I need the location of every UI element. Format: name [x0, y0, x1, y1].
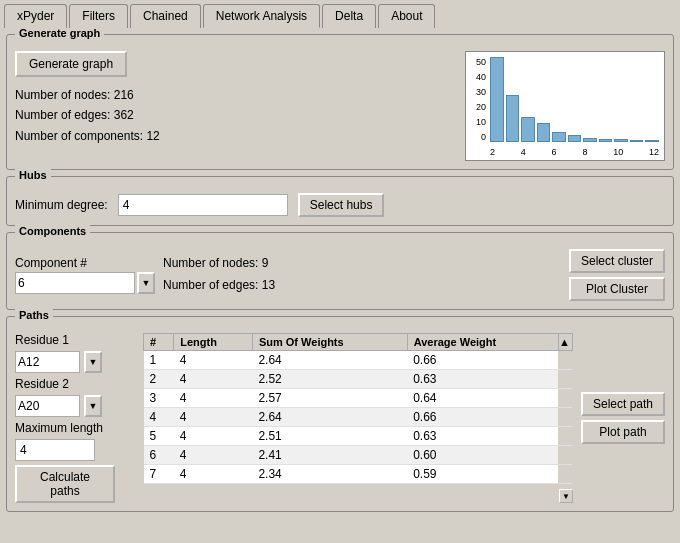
cell-scroll-placeholder	[558, 446, 572, 465]
cell-avg: 0.63	[407, 427, 558, 446]
cell-scroll-placeholder	[558, 389, 572, 408]
max-length-input[interactable]	[15, 439, 95, 461]
cell-num: 3	[144, 389, 174, 408]
graph-chart: 50 40 30 20 10 0	[465, 51, 665, 161]
tab-filters[interactable]: Filters	[69, 4, 128, 28]
cell-num: 5	[144, 427, 174, 446]
paths-section: Paths Residue 1 ▼ Residue 2 ▼ Maximum le…	[6, 316, 674, 512]
residue1-label: Residue 1	[15, 333, 135, 347]
table-row[interactable]: 6 4 2.41 0.60	[144, 446, 573, 465]
residue2-row: ▼	[15, 395, 135, 417]
cell-length: 4	[174, 446, 253, 465]
cell-sum: 2.64	[252, 408, 407, 427]
cell-length: 4	[174, 370, 253, 389]
bar-2	[506, 95, 520, 142]
generate-graph-button[interactable]: Generate graph	[15, 51, 127, 77]
component-nodes-stat: Number of nodes: 9	[163, 253, 561, 275]
component-hash-label: Component #	[15, 256, 155, 270]
cell-num: 4	[144, 408, 174, 427]
select-path-button[interactable]: Select path	[581, 392, 665, 416]
cell-avg: 0.63	[407, 370, 558, 389]
tab-about[interactable]: About	[378, 4, 435, 28]
bar-10	[630, 140, 644, 142]
select-cluster-button[interactable]: Select cluster	[569, 249, 665, 273]
cell-length: 4	[174, 465, 253, 484]
tab-delta[interactable]: Delta	[322, 4, 376, 28]
cell-scroll-placeholder	[558, 465, 572, 484]
bars-container	[490, 57, 659, 142]
plot-cluster-button[interactable]: Plot Cluster	[569, 277, 665, 301]
table-row[interactable]: 3 4 2.57 0.64	[144, 389, 573, 408]
paths-table-wrapper: # Length Sum Of Weights Average Weight ▲…	[143, 333, 573, 503]
generate-graph-section: Generate graph Generate graph Number of …	[6, 34, 674, 170]
residue1-row: ▼	[15, 351, 135, 373]
col-header-sum: Sum Of Weights	[252, 334, 407, 351]
table-row[interactable]: 7 4 2.34 0.59	[144, 465, 573, 484]
hubs-label: Hubs	[15, 169, 51, 181]
tab-xpyder[interactable]: xPyder	[4, 4, 67, 28]
tab-chained[interactable]: Chained	[130, 4, 201, 28]
plot-path-button[interactable]: Plot path	[581, 420, 665, 444]
col-header-length: Length	[174, 334, 253, 351]
residue1-dropdown-arrow[interactable]: ▼	[84, 351, 102, 373]
hubs-row: Minimum degree: Select hubs	[15, 183, 665, 217]
cell-length: 4	[174, 351, 253, 370]
chart-x-axis: 2 4 6 8 10 12	[490, 144, 659, 160]
min-degree-label: Minimum degree:	[15, 198, 108, 212]
paths-right-buttons: Select path Plot path	[581, 333, 665, 503]
select-hubs-button[interactable]: Select hubs	[298, 193, 385, 217]
component-dropdown-arrow[interactable]: ▼	[137, 272, 155, 294]
components-content: Component # ▼ Number of nodes: 9 Number …	[15, 239, 665, 301]
paths-left-controls: Residue 1 ▼ Residue 2 ▼ Maximum length C…	[15, 333, 135, 503]
chart-bars-area	[490, 57, 659, 142]
graph-stats: Number of nodes: 216 Number of edges: 36…	[15, 85, 465, 146]
cell-scroll-placeholder	[558, 370, 572, 389]
table-row[interactable]: 1 4 2.64 0.66	[144, 351, 573, 370]
cell-avg: 0.66	[407, 408, 558, 427]
table-row[interactable]: 5 4 2.51 0.63	[144, 427, 573, 446]
generate-graph-label: Generate graph	[15, 28, 104, 39]
max-length-label: Maximum length	[15, 421, 135, 435]
bar-3	[521, 117, 535, 143]
table-row[interactable]: 2 4 2.52 0.63	[144, 370, 573, 389]
cell-sum: 2.51	[252, 427, 407, 446]
bar-11	[645, 140, 659, 142]
min-degree-input[interactable]	[118, 194, 288, 216]
component-input[interactable]	[15, 272, 135, 294]
component-edges-label: Number of edges:	[163, 278, 258, 292]
cell-num: 7	[144, 465, 174, 484]
cell-sum: 2.64	[252, 351, 407, 370]
generate-graph-left: Generate graph Number of nodes: 216 Numb…	[15, 51, 465, 146]
calculate-paths-button[interactable]: Calculate paths	[15, 465, 115, 503]
cell-num: 1	[144, 351, 174, 370]
components-left: Component # ▼	[15, 256, 155, 294]
paths-content: Residue 1 ▼ Residue 2 ▼ Maximum length C…	[15, 323, 665, 503]
cell-num: 2	[144, 370, 174, 389]
cell-avg: 0.60	[407, 446, 558, 465]
component-edges-stat: Number of edges: 13	[163, 275, 561, 297]
residue1-input[interactable]	[15, 351, 80, 373]
tab-network-analysis[interactable]: Network Analysis	[203, 4, 320, 28]
components-right: Select cluster Plot Cluster	[569, 249, 665, 301]
generate-graph-content: Generate graph Number of nodes: 216 Numb…	[15, 41, 665, 161]
residue2-input[interactable]	[15, 395, 80, 417]
cell-scroll-placeholder	[558, 351, 572, 370]
bar-7	[583, 138, 597, 142]
cell-length: 4	[174, 389, 253, 408]
residue2-dropdown-arrow[interactable]: ▼	[84, 395, 102, 417]
main-content: Generate graph Generate graph Number of …	[0, 28, 680, 541]
components-section: Components Component # ▼ Number of nodes…	[6, 232, 674, 310]
residue2-label: Residue 2	[15, 377, 135, 391]
hubs-section: Hubs Minimum degree: Select hubs	[6, 176, 674, 226]
edges-value: 362	[114, 108, 134, 122]
bar-8	[599, 139, 613, 142]
table-row[interactable]: 4 4 2.64 0.66	[144, 408, 573, 427]
component-select-row: ▼	[15, 272, 155, 294]
component-nodes-value: 9	[262, 256, 269, 270]
bar-1	[490, 57, 504, 142]
scroll-down-btn[interactable]: ▼	[559, 489, 573, 503]
component-edges-value: 13	[262, 278, 275, 292]
col-header-num: #	[144, 334, 174, 351]
bar-9	[614, 139, 628, 142]
bar-4	[537, 123, 551, 142]
